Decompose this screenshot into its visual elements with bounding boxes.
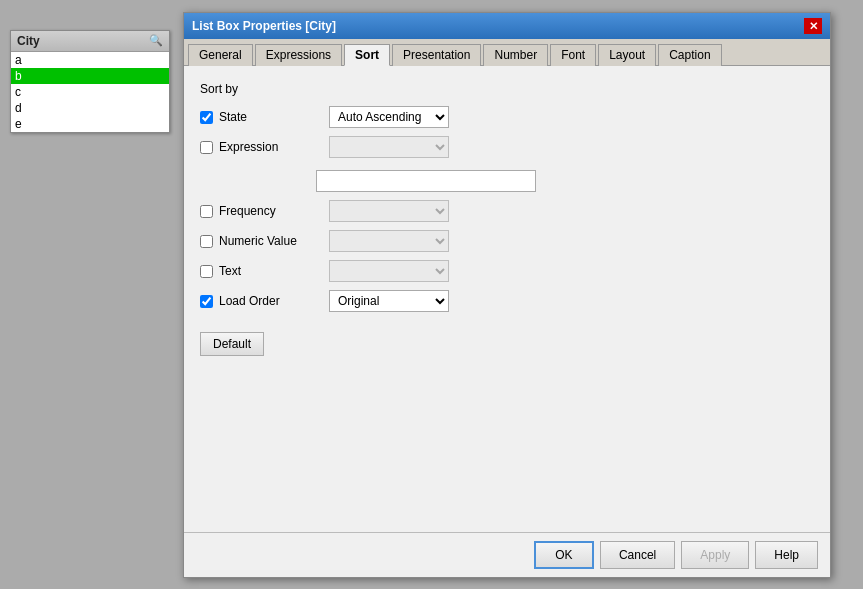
list-item[interactable]: c <box>11 84 169 100</box>
frequency-checkbox[interactable] <box>200 205 213 218</box>
tab-font[interactable]: Font <box>550 44 596 66</box>
tab-general[interactable]: General <box>188 44 253 66</box>
tab-layout[interactable]: Layout <box>598 44 656 66</box>
expression-input-row <box>200 166 814 192</box>
sort-row-state: State Auto Ascending Ascending Descendin… <box>200 106 814 128</box>
dialog-titlebar: List Box Properties [City] ✕ <box>184 13 830 39</box>
dialog: List Box Properties [City] ✕ General Exp… <box>183 12 831 578</box>
sort-row-expression: Expression <box>200 136 814 158</box>
numeric-label: Numeric Value <box>219 234 329 248</box>
text-checkbox[interactable] <box>200 265 213 278</box>
dialog-title: List Box Properties [City] <box>192 19 336 33</box>
dialog-footer: OK Cancel Apply Help <box>184 532 830 577</box>
cancel-button[interactable]: Cancel <box>600 541 675 569</box>
city-title: City <box>17 34 40 48</box>
tab-number[interactable]: Number <box>483 44 548 66</box>
text-dropdown[interactable] <box>329 260 449 282</box>
list-item[interactable]: b <box>11 68 169 84</box>
sort-by-label: Sort by <box>200 82 814 96</box>
state-label: State <box>219 110 329 124</box>
ok-button[interactable]: OK <box>534 541 594 569</box>
numeric-checkbox[interactable] <box>200 235 213 248</box>
tab-caption[interactable]: Caption <box>658 44 721 66</box>
default-button[interactable]: Default <box>200 332 264 356</box>
expression-checkbox[interactable] <box>200 141 213 154</box>
search-icon[interactable]: 🔍 <box>149 34 163 48</box>
close-button[interactable]: ✕ <box>804 18 822 34</box>
expression-label: Expression <box>219 140 329 154</box>
frequency-dropdown[interactable] <box>329 200 449 222</box>
city-list: a b c d e <box>11 52 169 132</box>
sort-row-frequency: Frequency <box>200 200 814 222</box>
expression-dropdown[interactable] <box>329 136 449 158</box>
state-dropdown[interactable]: Auto Ascending Ascending Descending <box>329 106 449 128</box>
list-item[interactable]: a <box>11 52 169 68</box>
sort-content: Sort by State Auto Ascending Ascending D… <box>184 66 830 532</box>
numeric-dropdown[interactable] <box>329 230 449 252</box>
text-label: Text <box>219 264 329 278</box>
frequency-label: Frequency <box>219 204 329 218</box>
tab-sort[interactable]: Sort <box>344 44 390 66</box>
loadorder-dropdown[interactable]: Original Ascending Descending <box>329 290 449 312</box>
city-titlebar: City 🔍 <box>11 31 169 52</box>
state-checkbox[interactable] <box>200 111 213 124</box>
loadorder-checkbox[interactable] <box>200 295 213 308</box>
apply-button[interactable]: Apply <box>681 541 749 569</box>
list-item[interactable]: e <box>11 116 169 132</box>
expression-input[interactable] <box>316 170 536 192</box>
tab-presentation[interactable]: Presentation <box>392 44 481 66</box>
sort-row-text: Text <box>200 260 814 282</box>
list-item[interactable]: d <box>11 100 169 116</box>
help-button[interactable]: Help <box>755 541 818 569</box>
tabs-bar: General Expressions Sort Presentation Nu… <box>184 39 830 66</box>
sort-row-numeric: Numeric Value <box>200 230 814 252</box>
tab-expressions[interactable]: Expressions <box>255 44 342 66</box>
loadorder-label: Load Order <box>219 294 329 308</box>
sort-row-loadorder: Load Order Original Ascending Descending <box>200 290 814 312</box>
city-listbox: City 🔍 a b c d e <box>10 30 170 133</box>
